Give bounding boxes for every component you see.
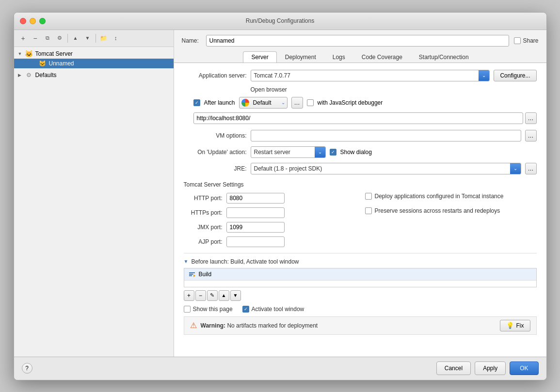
close-button[interactable] — [20, 18, 26, 24]
copy-config-button[interactable]: ⧉ — [42, 33, 53, 44]
tab-startup-connection[interactable]: Startup/Connection — [411, 51, 477, 63]
vm-options-label: VM options: — [184, 132, 247, 139]
after-launch-checkbox[interactable] — [193, 99, 200, 106]
name-label: Name: — [182, 37, 201, 44]
activate-tool-window-checkbox[interactable] — [242, 306, 249, 313]
app-server-label: Application server: — [184, 72, 247, 79]
show-dialog-checkbox[interactable] — [330, 149, 336, 156]
empty-cell — [365, 222, 537, 233]
bl-down-button[interactable]: ▼ — [230, 290, 241, 301]
js-debugger-checkbox[interactable] — [307, 99, 314, 106]
expand-arrow: ▼ — [18, 51, 25, 56]
config-icon: 🐱 — [38, 60, 47, 67]
add-config-button[interactable]: + — [18, 33, 29, 44]
help-button[interactable]: ? — [22, 363, 32, 374]
maximize-button[interactable] — [39, 18, 46, 24]
bl-edit-button[interactable]: ✎ — [207, 290, 218, 301]
app-server-arrow: ⌄ — [479, 70, 489, 81]
build-item[interactable]: Build — [184, 268, 536, 281]
bl-remove-button[interactable]: − — [195, 290, 206, 301]
defaults-label: Defaults — [35, 72, 57, 78]
chrome-icon — [241, 99, 249, 107]
bl-add-button[interactable]: + — [184, 290, 194, 301]
before-launch-toolbar: + − ✎ ▲ ▼ — [184, 290, 537, 301]
share-checkbox-row: Share — [514, 37, 538, 44]
sidebar-toolbar: + − ⧉ ⚙ ▲ ▼ 📁 ↕ — [14, 30, 174, 47]
tomcat-settings-label: Tomcat Server Settings — [184, 181, 537, 188]
defaults-icon: ⚙ — [25, 71, 33, 79]
on-update-label: On 'Update' action: — [184, 149, 247, 156]
https-port-input[interactable] — [226, 207, 285, 218]
svg-rect-3 — [189, 275, 192, 276]
jre-dots-button[interactable]: … — [525, 163, 537, 174]
warning-message: No artifacts marked for deployment — [227, 322, 318, 329]
settings-button[interactable]: ⚙ — [54, 33, 65, 44]
tomcat-server-group[interactable]: ▼ 🐱 Tomcat Server — [14, 49, 174, 59]
defaults-item[interactable]: ▶ ⚙ Defaults — [14, 70, 174, 80]
app-server-row: Application server: Tomcat 7.0.77 ⌄ — [184, 70, 537, 81]
activate-tool-window-label: Activate tool window — [252, 306, 304, 313]
after-launch-row: After launch Default ⌄ … with JavaScript… — [184, 97, 537, 109]
apply-button[interactable]: Apply — [475, 361, 506, 375]
before-launch-header[interactable]: ▼ Before launch: Build, Activate tool wi… — [184, 258, 537, 265]
jmx-port-input[interactable] — [226, 222, 285, 233]
move-down-button[interactable]: ▼ — [82, 33, 93, 44]
app-server-select[interactable]: Tomcat 7.0.77 ⌄ — [251, 70, 490, 81]
tomcat-icon: 🐱 — [25, 50, 33, 58]
ok-button[interactable]: OK — [510, 361, 538, 375]
remove-config-button[interactable]: − — [30, 33, 41, 44]
deploy-label: Deploy applications configured in Tomcat… — [375, 193, 504, 200]
tab-deployment[interactable]: Deployment — [277, 51, 324, 63]
fix-button[interactable]: 💡 Fix — [500, 320, 530, 331]
tab-server[interactable]: Server — [243, 51, 276, 63]
jre-select[interactable]: Default (1.8 - project SDK) ⌄ — [251, 163, 521, 174]
js-debugger-label: with JavaScript debugger — [318, 99, 383, 106]
share-checkbox[interactable] — [514, 37, 521, 44]
build-label: Build — [199, 271, 212, 278]
open-browser-label: Open browser — [251, 86, 537, 93]
tomcat-group-label: Tomcat Server — [35, 50, 73, 57]
svg-marker-5 — [193, 274, 195, 277]
warning-text: Warning: No artifacts marked for deploym… — [201, 322, 496, 329]
ajp-port-input[interactable] — [226, 236, 285, 247]
sidebar: + − ⧉ ⚙ ▲ ▼ 📁 ↕ ▼ 🐱 Tomcat Server — [14, 30, 174, 357]
browser-select[interactable]: Default ⌄ — [239, 97, 288, 109]
configure-button[interactable]: Configure... — [494, 70, 536, 81]
move-up-button[interactable]: ▲ — [70, 33, 81, 44]
help-icon: ? — [25, 365, 29, 372]
update-select-arrow: ⌄ — [315, 147, 325, 157]
folder-button[interactable]: 📁 — [98, 33, 109, 44]
fix-label: Fix — [516, 322, 524, 329]
unnamed-config-item[interactable]: 🐱 Unnamed — [14, 59, 174, 68]
name-input[interactable] — [206, 35, 510, 47]
browser-dots-button[interactable]: … — [291, 97, 303, 109]
https-port-row: HTTPs port: — [184, 207, 355, 218]
cancel-button[interactable]: Cancel — [436, 361, 471, 375]
minimize-button[interactable] — [30, 18, 36, 24]
ajp-port-label: AJP port: — [184, 238, 223, 245]
vm-options-input[interactable] — [251, 130, 521, 141]
url-dots-button[interactable]: … — [525, 112, 537, 124]
after-launch-label: After launch — [204, 99, 235, 106]
jre-label: JRE: — [184, 165, 247, 172]
tabs-row: Server Deployment Logs Code Coverage Sta… — [174, 49, 546, 63]
http-port-label: HTTP port: — [184, 195, 223, 202]
http-port-input[interactable] — [226, 193, 285, 204]
before-launch-section: ▼ Before launch: Build, Activate tool wi… — [184, 253, 537, 335]
update-select[interactable]: Restart server ⌄ — [251, 146, 326, 158]
sort-button[interactable]: ↕ — [111, 33, 121, 44]
preserve-checkbox[interactable] — [365, 207, 372, 214]
vm-dots-button[interactable]: … — [525, 130, 537, 141]
separator — [67, 34, 68, 43]
url-input[interactable] — [193, 112, 523, 124]
tab-code-coverage[interactable]: Code Coverage — [353, 51, 411, 63]
bl-up-button[interactable]: ▲ — [219, 290, 229, 301]
show-this-page-checkbox[interactable] — [184, 306, 191, 313]
deploy-checkbox[interactable] — [365, 193, 372, 200]
http-port-row: HTTP port: — [184, 193, 355, 204]
tab-logs[interactable]: Logs — [324, 51, 353, 63]
warning-icon: ⚠ — [190, 321, 197, 330]
before-launch-label: Before launch: Build, Activate tool wind… — [191, 258, 299, 265]
jmx-port-row: JMX port: — [184, 222, 355, 233]
show-this-page-row: Show this page — [184, 306, 233, 313]
